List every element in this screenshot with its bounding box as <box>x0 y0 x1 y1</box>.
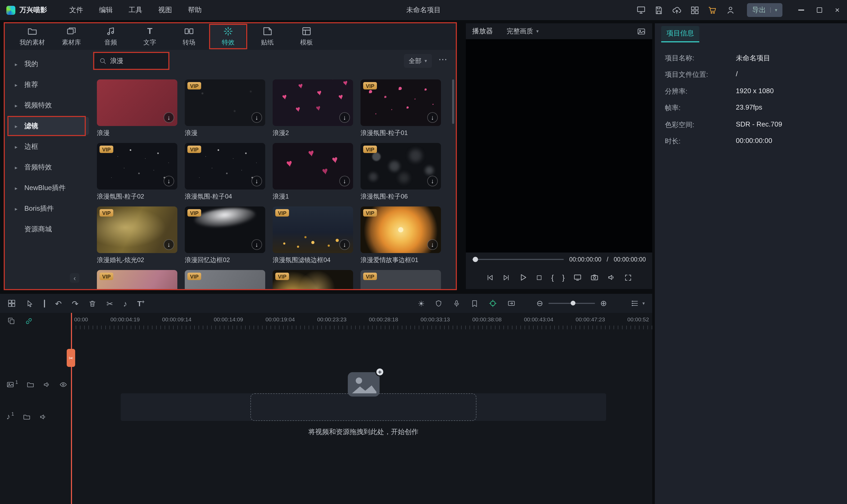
menu-help[interactable]: 帮助 <box>188 5 202 15</box>
menu-edit[interactable]: 编辑 <box>99 5 113 15</box>
menu-view[interactable]: 视图 <box>158 5 172 15</box>
manage-tracks-icon[interactable] <box>7 299 16 308</box>
undo-button[interactable]: ↶ <box>55 300 62 307</box>
sidebar-item-9[interactable]: 资源商城 <box>8 220 89 238</box>
play-button[interactable] <box>519 273 527 282</box>
add-media-plus-icon[interactable]: + <box>375 367 384 376</box>
voiceover-mic-button[interactable] <box>453 300 461 307</box>
track-lock-icon[interactable] <box>26 381 34 389</box>
chevron-down-icon[interactable]: ▾ <box>770 7 777 13</box>
close-button[interactable]: × <box>835 7 840 13</box>
effect-thumbnail[interactable]: VIP↓ <box>185 79 265 126</box>
effect-card[interactable]: VIP↓浪漫氛围-粒子04 <box>185 143 265 199</box>
quality-dropdown[interactable]: 完整画质 ▾ <box>507 27 539 36</box>
effect-thumbnail[interactable]: VIP↓ <box>361 206 441 253</box>
tab-text[interactable]: T 文字 <box>132 23 167 50</box>
sidebar-item-2[interactable]: ▸推荐 <box>8 76 89 94</box>
filter-dropdown[interactable]: 全部 ▾ <box>404 54 432 68</box>
zoom-slider-handle[interactable] <box>571 301 575 305</box>
export-frame-icon[interactable] <box>507 299 516 308</box>
tab-templates[interactable]: 模板 <box>289 23 324 50</box>
redo-button[interactable]: ↷ <box>72 300 78 307</box>
save-icon[interactable] <box>654 5 663 15</box>
sidebar-item-1[interactable]: ▸我的 <box>8 55 89 73</box>
effect-card[interactable]: VIP↓浪漫氛围-粒子06 <box>361 143 441 199</box>
render-preview-icon[interactable]: ☀ <box>418 300 425 307</box>
preview-image-icon[interactable] <box>637 27 646 36</box>
effect-card[interactable]: VIP↓ <box>97 270 177 289</box>
second-screen-button[interactable] <box>573 273 581 282</box>
effect-card[interactable]: VIP↓ <box>361 270 441 289</box>
download-icon[interactable]: ↓ <box>427 112 438 123</box>
effect-thumbnail[interactable]: VIP↓ <box>361 143 441 190</box>
select-tool-icon[interactable] <box>26 300 34 307</box>
download-icon[interactable]: ↓ <box>427 176 438 186</box>
playhead-handle[interactable]: ✂ <box>67 349 75 367</box>
effect-card[interactable]: VIP↓浪漫婚礼-炫光02 <box>97 206 177 263</box>
effect-card[interactable]: VIP↓浪漫氛围滤镜边框04 <box>273 206 353 263</box>
split-button[interactable]: ✂ <box>106 300 113 307</box>
download-icon[interactable]: ↓ <box>339 176 350 186</box>
cloud-upload-icon[interactable] <box>671 5 682 15</box>
download-icon[interactable]: ↓ <box>339 112 350 123</box>
tab-my-media[interactable]: 我的素材 <box>15 23 50 50</box>
download-icon[interactable]: ↓ <box>251 239 262 250</box>
sidebar-item-5[interactable]: ▸边框 <box>8 138 89 156</box>
effect-card[interactable]: VIP↓ <box>273 270 353 289</box>
mask-icon[interactable] <box>435 300 443 307</box>
sidebar-item-6[interactable]: ▸音频特效 <box>8 158 89 176</box>
seek-bar[interactable] <box>472 258 564 260</box>
zoom-out-button[interactable]: ⊖ <box>537 299 543 308</box>
effect-thumbnail[interactable]: ↓ <box>97 79 177 126</box>
track-mute-icon[interactable] <box>39 413 47 420</box>
sidebar-item-7[interactable]: ▸NewBlue插件 <box>8 179 89 197</box>
jump-start-button[interactable] <box>486 273 494 282</box>
download-icon[interactable]: ↓ <box>251 176 262 186</box>
tab-stickers[interactable]: 贴纸 <box>250 23 285 50</box>
menu-file[interactable]: 文件 <box>69 5 83 15</box>
sidebar-item-8[interactable]: ▸Boris插件 <box>8 200 89 218</box>
marker-button[interactable] <box>471 300 479 307</box>
tab-stock-library[interactable]: 素材库 <box>54 23 89 50</box>
effect-thumbnail[interactable]: VIP↓ <box>361 270 441 289</box>
preview-viewport[interactable] <box>466 39 652 253</box>
snap-crosshair-icon[interactable] <box>489 299 497 308</box>
sidebar-item-4[interactable]: ▸滤镜 <box>8 117 89 135</box>
effect-card[interactable]: ↓浪漫2 <box>273 79 353 136</box>
mark-in-button[interactable]: { <box>551 273 554 282</box>
seek-handle[interactable] <box>473 256 478 262</box>
track-height-button[interactable]: ▾ <box>631 299 645 308</box>
effect-thumbnail[interactable]: ↓ <box>273 79 353 126</box>
effect-thumbnail[interactable]: VIP↓ <box>185 143 265 190</box>
mark-out-button[interactable]: } <box>562 273 564 282</box>
grid-scrollbar[interactable] <box>452 79 454 124</box>
download-icon[interactable]: ↓ <box>164 239 174 250</box>
tab-project-info[interactable]: 项目信息 <box>661 26 699 42</box>
effect-card[interactable]: VIP↓浪漫爱情故事边框01 <box>361 206 441 263</box>
effect-thumbnail[interactable]: ↓ <box>273 143 353 190</box>
play-next-frame-button[interactable] <box>503 273 510 282</box>
effect-thumbnail[interactable]: VIP↓ <box>185 206 265 253</box>
search-input[interactable]: 浪漫 <box>110 56 123 66</box>
download-icon[interactable]: ↓ <box>251 112 262 123</box>
timeline-ruler[interactable]: 00:0000:00:04:1900:00:09:1400:00:14:0900… <box>74 316 649 322</box>
sidebar-item-3[interactable]: ▸视频特效 <box>8 96 89 114</box>
effect-thumbnail[interactable]: VIP↓ <box>97 270 177 289</box>
snapshot-button[interactable] <box>590 273 598 282</box>
effect-card[interactable]: VIP↓浪漫氛围-粒子02 <box>97 143 177 199</box>
effect-card[interactable]: VIP↓ <box>185 270 265 289</box>
playhead-line[interactable] <box>71 313 72 504</box>
effect-thumbnail[interactable]: VIP↓ <box>361 79 441 126</box>
download-icon[interactable]: ↓ <box>427 239 438 250</box>
track-mute-icon[interactable] <box>43 381 51 389</box>
effect-thumbnail[interactable]: VIP↓ <box>273 206 353 253</box>
add-text-button[interactable]: T+ <box>137 299 145 308</box>
download-icon[interactable]: ↓ <box>164 176 174 186</box>
effect-card[interactable]: ↓浪漫 <box>97 79 177 136</box>
tab-audio[interactable]: 音频 <box>93 23 128 50</box>
volume-button[interactable] <box>607 273 615 282</box>
stop-button[interactable] <box>536 274 543 281</box>
fullscreen-button[interactable] <box>624 273 632 282</box>
collapse-sidebar-button[interactable]: ‹ <box>70 273 79 283</box>
effect-card[interactable]: ↓浪漫1 <box>273 143 353 199</box>
